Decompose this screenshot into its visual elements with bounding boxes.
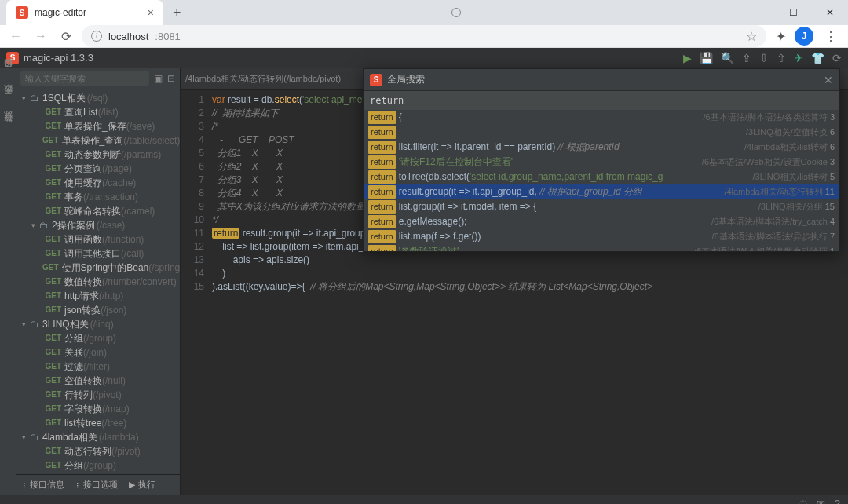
global-search-input[interactable] <box>364 91 839 110</box>
tree-api-item[interactable]: GET分组(/group) <box>16 458 180 473</box>
skin-icon[interactable]: 👕 <box>811 52 824 64</box>
profile-avatar[interactable]: J <box>795 27 813 46</box>
upload-icon[interactable]: ⇪ <box>742 52 751 64</box>
browser-titlebar: S magic-editor × + — ☐ ✕ <box>0 0 848 25</box>
editor-tab-active[interactable]: /4lambda相关/动态行转列(/lambda/pivot) <box>185 73 341 85</box>
search-result-row[interactable]: return'请按F12后在控制台中查看'/6基本语法/Web相关/设置Cook… <box>364 155 839 170</box>
tree-api-item[interactable]: GET关联(/join) <box>16 345 180 360</box>
chrome-menu-icon[interactable]: ⋮ <box>820 29 842 44</box>
tree-api-item[interactable]: GET分组(/group) <box>16 331 180 345</box>
search-result-row[interactable]: returne.getMessage();/6基本语法/脚本语法/try_cat… <box>364 214 839 229</box>
collapse-all-icon[interactable]: ⊟ <box>167 73 175 84</box>
tab-api-info[interactable]: ⫶ 接口信息 <box>22 479 64 491</box>
back-button[interactable]: ← <box>6 27 25 46</box>
maximize-button[interactable]: ☐ <box>776 0 812 25</box>
line-number: 9 <box>181 200 204 214</box>
tree-api-item[interactable]: GET事务(/transaction) <box>16 190 180 204</box>
tree-api-item[interactable]: GET调用函数(/function) <box>16 232 180 247</box>
tree-folder[interactable]: ▾🗀3LINQ相关(/linq) <box>16 317 180 331</box>
tree-api-item[interactable]: GET使用缓存(/cache) <box>16 176 180 190</box>
tree-folder[interactable]: ▾🗀1SQL相关(/sql) <box>16 91 180 105</box>
tree-search-input[interactable] <box>20 71 149 86</box>
line-number: 15 <box>181 280 204 294</box>
tree-api-item[interactable]: GET查询List(/list) <box>16 105 180 119</box>
left-rail: 接口 函数 数据源 <box>0 68 16 495</box>
folder-icon: 🗀 <box>30 431 39 444</box>
send-icon[interactable]: ✈ <box>794 52 803 64</box>
tree-api-item[interactable]: GETjson转换(/json) <box>16 303 180 317</box>
run-icon[interactable]: ▶ <box>683 52 692 64</box>
global-search-modal: S 全局搜索 ✕ return{/6基本语法/脚本语法/各类运算符 3retur… <box>363 68 840 252</box>
tree-api-item[interactable]: GET字段转换(/map) <box>16 402 180 416</box>
tab-api-options[interactable]: ⫶ 接口选项 <box>75 479 118 491</box>
line-number: 8 <box>181 187 204 200</box>
site-info-icon[interactable]: i <box>91 31 102 42</box>
modal-close-icon[interactable]: ✕ <box>824 74 833 86</box>
tree-folder[interactable]: ▾🗀4lambda相关(/lambda) <box>16 430 180 444</box>
bookmark-star-icon[interactable]: ☆ <box>746 29 757 44</box>
new-folder-icon[interactable]: ▣ <box>154 73 163 84</box>
forward-button[interactable]: → <box>31 27 50 46</box>
search-result-row[interactable]: returntoTree(db.select('select id,group_… <box>364 170 839 184</box>
search-result-row[interactable]: returnresult.group(it => it.api_group_id… <box>364 184 839 199</box>
line-gutter: 123456789101112131415 <box>181 90 209 495</box>
magic-api-app: S magic-api 1.3.3 ▶ 💾 🔍 ⇪ ⇩ ⇧ ✈ 👕 ⟳ 接口 函… <box>0 48 848 504</box>
tab-close-icon[interactable]: × <box>148 6 154 19</box>
search-result-row[interactable]: return/3LINQ相关/空值转换 6 <box>364 125 839 140</box>
app-logo-icon: S <box>6 52 19 64</box>
download-icon[interactable]: ⇩ <box>759 52 769 64</box>
tree-api-item[interactable]: GETlist转tree(/tree) <box>16 416 180 430</box>
rail-tab-datasource[interactable]: 数据源 <box>2 125 14 130</box>
tab-run[interactable]: ▶ 执行 <box>129 479 155 491</box>
search-result-row[interactable]: returnlist.filter(it => it.parent_id == … <box>364 140 839 155</box>
app-title: magic-api 1.3.3 <box>24 52 93 64</box>
search-icon[interactable]: 🔍 <box>721 52 734 64</box>
line-number: 2 <box>181 107 204 120</box>
search-result-row[interactable]: returnlist.map(f => f.get())/6基本语法/脚本语法/… <box>364 229 839 244</box>
extensions-icon[interactable]: ✦ <box>773 29 788 44</box>
tree-api-item[interactable]: GET单表操作_保存(/save) <box>16 119 180 133</box>
rail-tab-api[interactable]: 接口 <box>2 71 14 75</box>
tree-api-item[interactable]: GET分页查询(/page) <box>16 162 180 176</box>
folder-icon: 🗀 <box>30 92 39 104</box>
tab-favicon: S <box>16 6 28 19</box>
search-result-row[interactable]: returnlist.group(it => it.model, item =>… <box>364 199 839 214</box>
chevron-down-icon: ▾ <box>31 219 39 232</box>
tree-api-item[interactable]: GET行转列(/pivot) <box>16 388 180 402</box>
push-icon[interactable]: ⇧ <box>777 52 786 64</box>
folder-icon: 🗀 <box>30 318 39 331</box>
modal-logo-icon: S <box>370 74 382 86</box>
refresh-icon[interactable]: ⟳ <box>832 52 842 64</box>
tree-api-item[interactable]: GET动态参数判断(/params) <box>16 148 180 162</box>
line-number: 12 <box>181 240 204 254</box>
help-icon[interactable]: ? <box>835 498 840 504</box>
save-icon[interactable]: 💾 <box>700 52 713 64</box>
tree-api-item[interactable]: GET空值转换(/null) <box>16 374 180 388</box>
close-window-button[interactable]: ✕ <box>812 0 848 25</box>
line-number: 7 <box>181 173 204 187</box>
tree-api-item[interactable]: GET使用Spring中的Bean(/spring) <box>16 261 180 275</box>
search-result-row[interactable]: return{/6基本语法/脚本语法/各类运算符 3 <box>364 110 839 125</box>
qq-icon[interactable]: ✉ <box>817 498 825 504</box>
line-number: 1 <box>181 93 204 107</box>
url-box[interactable]: i localhost:8081 ☆ <box>82 25 766 47</box>
browser-tab[interactable]: S magic-editor × <box>6 0 163 25</box>
tree-api-item[interactable]: GET动态行转列(/pivot) <box>16 444 180 458</box>
url-host: localhost <box>108 31 148 42</box>
github-icon[interactable]: ◌ <box>799 498 807 504</box>
tree-api-item[interactable]: GET调用其他接口(/call) <box>16 247 180 261</box>
account-indicator[interactable] <box>451 8 461 17</box>
tree-folder[interactable]: ▾🗀2操作案例(/case) <box>16 218 180 232</box>
minimize-button[interactable]: — <box>740 0 776 25</box>
tree-api-item[interactable]: GET单表操作_查询(/table/select) <box>16 133 180 148</box>
tree-api-item[interactable]: GEThttp请求(/http) <box>16 289 180 303</box>
reload-button[interactable]: ⟳ <box>57 27 75 46</box>
rail-tab-function[interactable]: 函数 <box>2 98 14 101</box>
new-tab-button[interactable]: + <box>173 5 181 21</box>
tree-api-item[interactable]: GET驼峰命名转换(/camel) <box>16 204 180 218</box>
search-result-row[interactable]: return'参数验证通过'/6基本语法/Web相关/参数自动验证 1 <box>364 244 839 251</box>
folder-icon: 🗀 <box>39 219 49 232</box>
tree-api-item[interactable]: GET过滤(/filter) <box>16 360 180 374</box>
chevron-down-icon: ▾ <box>22 92 30 104</box>
tree-api-item[interactable]: GET数值转换(/number/convert) <box>16 275 180 289</box>
